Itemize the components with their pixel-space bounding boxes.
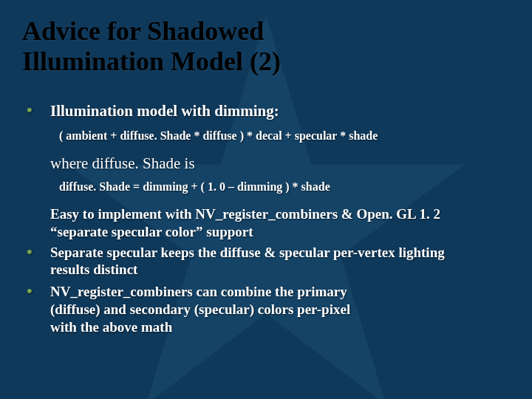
bullet-list-2: Separate specular keeps the diffuse & sp… xyxy=(25,244,517,336)
title-line-1: Advice for Shadowed xyxy=(22,16,281,47)
formula-1: ( ambient + diffuse. Shade * diffuse ) *… xyxy=(59,129,378,142)
slide: Advice for Shadowed Illumination Model (… xyxy=(0,0,532,399)
bullet-text: Illumination model with dimming: xyxy=(50,102,279,120)
bullet-list: Illumination model with dimming: xyxy=(25,102,517,120)
bullet3-line-3: with the above math xyxy=(50,319,172,335)
bullet-register-combiners: NV_register_combiners can combine the pr… xyxy=(25,283,517,335)
impl-line-1: Easy to implement with NV_register_combi… xyxy=(50,206,440,222)
bullet3-line-2: (diffuse) and secondary (specular) color… xyxy=(50,301,350,317)
bullet-separate-specular: Separate specular keeps the diffuse & sp… xyxy=(25,244,517,279)
implementation-note: Easy to implement with NV_register_combi… xyxy=(50,205,517,241)
formula-1-block: ( ambient + diffuse. Shade * diffuse ) *… xyxy=(59,129,517,143)
bullet2-line-1: Separate specular keeps the diffuse & sp… xyxy=(50,245,445,260)
bullet-illumination-model: Illumination model with dimming: xyxy=(25,102,517,120)
impl-line-2: “separate specular color” support xyxy=(50,224,253,239)
bullet3-line-1: NV_register_combiners can combine the pr… xyxy=(50,284,347,299)
slide-content: Illumination model with dimming: ( ambie… xyxy=(25,102,517,340)
where-line: where diffuse. Shade is xyxy=(50,154,517,173)
formula-2-block: diffuse. Shade = dimming + ( 1. 0 – dimm… xyxy=(59,180,517,194)
formula-2: diffuse. Shade = dimming + ( 1. 0 – dimm… xyxy=(59,180,330,193)
title-line-2: Illumination Model (2) xyxy=(22,47,281,77)
slide-title: Advice for Shadowed Illumination Model (… xyxy=(22,16,281,78)
bullet2-line-2: results distinct xyxy=(50,262,137,277)
